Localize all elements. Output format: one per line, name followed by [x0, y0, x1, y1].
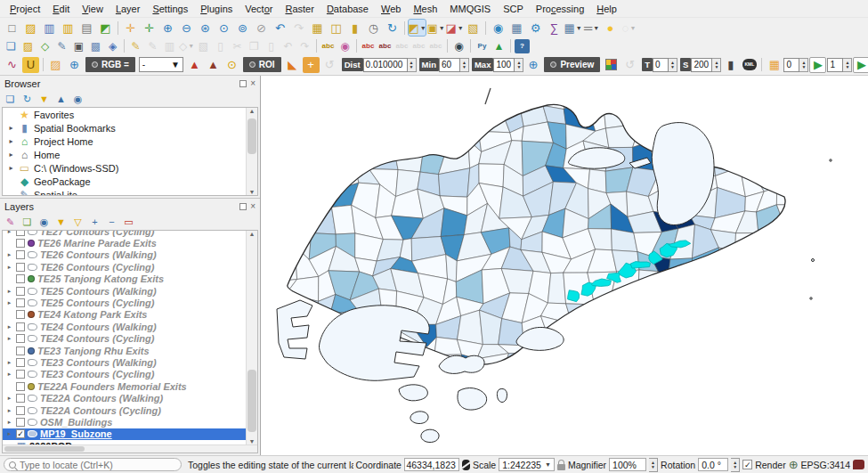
identify-features-icon[interactable]: ◉: [490, 20, 507, 36]
menu-settings[interactable]: Settings: [146, 2, 194, 16]
expander-icon[interactable]: ▸: [5, 299, 13, 306]
move-label-icon[interactable]: abc: [394, 39, 410, 53]
layer-checkbox[interactable]: [16, 239, 25, 248]
expander-icon[interactable]: ▸: [5, 371, 13, 378]
expander-icon[interactable]: ▸: [5, 264, 13, 271]
layer-item[interactable]: TE23 Tanjong Rhu Exits: [3, 345, 246, 356]
map-tips-icon[interactable]: ●: [602, 20, 619, 36]
new-3d-map-view-icon[interactable]: ◫: [328, 20, 345, 36]
layer-item[interactable]: ▸TE27 Contours (Cycling): [3, 230, 246, 237]
rotate-label-icon[interactable]: abc: [411, 39, 426, 53]
processing-toolbox-icon[interactable]: ⚙: [527, 20, 544, 36]
filter-browser-icon[interactable]: ▼: [37, 93, 51, 106]
browser-float-icon[interactable]: [239, 80, 247, 87]
zoom-to-selection-icon[interactable]: ⊙: [215, 20, 232, 36]
refresh-browser-icon[interactable]: ↻: [20, 93, 34, 106]
selected-feature[interactable]: [568, 290, 580, 302]
layer-checkbox[interactable]: [16, 310, 25, 319]
roi-redo-icon[interactable]: ↺: [321, 57, 338, 73]
expander-icon[interactable]: ▸: [7, 137, 15, 145]
layer-checkbox[interactable]: [16, 394, 25, 403]
pin-labels-icon[interactable]: abc: [377, 39, 393, 53]
layer-item[interactable]: TE26 Marine Parade Exits: [3, 237, 246, 249]
messages-icon[interactable]: [853, 460, 864, 469]
show-statistical-summary-icon[interactable]: ∑: [546, 20, 563, 36]
new-spatialite-icon[interactable]: ✎: [54, 39, 69, 53]
max-input[interactable]: 100: [493, 58, 515, 72]
menu-edit[interactable]: Edit: [46, 2, 76, 16]
layer-item[interactable]: TE25 Tanjong Katong Exits: [3, 273, 246, 285]
expander-icon[interactable]: ▸: [5, 359, 13, 366]
layers-scroll-thumb[interactable]: [247, 370, 256, 432]
layer-labeling-icon[interactable]: abc: [320, 39, 336, 53]
menu-web[interactable]: Web: [375, 2, 407, 16]
collapse-all-browser-icon[interactable]: ▲: [54, 93, 68, 106]
toggle-editing-icon[interactable]: ✎: [128, 39, 143, 53]
measure-icon[interactable]: ═▼: [583, 20, 600, 36]
crs-value[interactable]: EPSG:3414: [801, 460, 850, 470]
collapse-all-icon[interactable]: −: [105, 216, 118, 229]
layer-checkbox[interactable]: [16, 298, 25, 307]
layer-item[interactable]: ▸TE22A Contours (Walking): [3, 392, 246, 404]
layer-checkbox[interactable]: [16, 418, 25, 427]
delete-selected-icon[interactable]: ▯: [213, 39, 228, 53]
save-project-as-icon[interactable]: ▥: [60, 20, 77, 36]
browser-scroll-thumb[interactable]: [247, 118, 256, 154]
expander-icon[interactable]: ▸: [5, 323, 13, 330]
scale-combo[interactable]: 1:242235▼: [499, 458, 555, 471]
layer-item[interactable]: ▸TE24 Contours (Cycling): [3, 333, 246, 345]
dist-input[interactable]: 0.010000: [363, 58, 408, 72]
crs-globe-icon[interactable]: ⊕: [789, 459, 799, 470]
add-raster-layer-icon[interactable]: ▩: [88, 39, 103, 53]
scroll-up-icon[interactable]: ▲: [249, 108, 256, 114]
cut-features-icon[interactable]: ✂: [230, 39, 245, 53]
select-by-location-icon[interactable]: ▧: [465, 20, 482, 36]
browser-item-geopackage[interactable]: ◆GeoPackage: [3, 175, 246, 188]
expander-icon[interactable]: ▸: [7, 164, 15, 172]
stretch-cumulative-icon[interactable]: ▲: [186, 57, 203, 73]
size-input[interactable]: 200: [691, 58, 712, 72]
browser-item-bookmark[interactable]: ▸▮Spatial Bookmarks: [3, 121, 246, 135]
layer-item[interactable]: ▸✓MP19_Subzone: [3, 428, 246, 440]
new-project-icon[interactable]: □: [4, 20, 20, 36]
locate-input[interactable]: [20, 460, 162, 470]
scroll-down-icon[interactable]: ▼: [249, 189, 256, 195]
preview-button[interactable]: Preview: [544, 57, 600, 72]
menu-view[interactable]: View: [76, 2, 110, 16]
dist-spinner[interactable]: ▲▼: [408, 58, 417, 72]
layer-checkbox[interactable]: [16, 358, 25, 367]
locate-search[interactable]: [4, 458, 182, 471]
deselect-features-icon[interactable]: ◪▼: [446, 20, 463, 36]
magnifier-value[interactable]: 100%: [609, 458, 646, 471]
layers-hscroll-thumb[interactable]: [4, 446, 85, 452]
expander-icon[interactable]: ▸: [5, 288, 13, 295]
rgb-composite-icon[interactable]: [603, 57, 620, 73]
band-grid-icon[interactable]: ▦: [766, 57, 783, 73]
undo-icon[interactable]: ↶: [280, 39, 296, 53]
browser-item-spatialite[interactable]: ✎SpatiaLite: [3, 188, 246, 195]
data-source-manager-icon[interactable]: ❏: [4, 39, 19, 53]
menu-mesh[interactable]: Mesh: [407, 2, 443, 16]
scroll-up-icon[interactable]: ▲: [249, 231, 256, 237]
zoom-out-icon[interactable]: ⊖: [178, 20, 195, 36]
redo-icon[interactable]: ↷: [297, 39, 312, 53]
layer-checkbox[interactable]: [16, 347, 25, 355]
scp-plugin-icon[interactable]: ▲: [491, 39, 507, 53]
spatial-bookmarks-icon[interactable]: ▮: [346, 20, 363, 36]
layer-checkbox[interactable]: [16, 274, 25, 283]
map-canvas[interactable]: [261, 76, 868, 455]
kml-export-icon[interactable]: KML: [741, 57, 758, 73]
zoom-next-icon[interactable]: ↷: [290, 20, 307, 36]
layer-item[interactable]: TE22A Founders Memorial Exits: [3, 380, 246, 392]
pan-to-selection-icon[interactable]: ✛: [141, 20, 158, 36]
paste-features-icon[interactable]: ▯: [264, 39, 279, 53]
coordinate-value[interactable]: 46334,1823: [404, 458, 459, 471]
min-input[interactable]: 60: [439, 58, 460, 72]
transparency-input[interactable]: 0: [653, 58, 669, 72]
browser-close-icon[interactable]: ×: [250, 80, 256, 87]
spectral-signature-plot-icon[interactable]: ∿: [4, 57, 20, 73]
field-calculator-icon[interactable]: ▦▼: [564, 20, 581, 36]
layer-item[interactable]: ▸TE23 Contours (Walking): [3, 356, 246, 368]
style-manager-icon[interactable]: ◩: [97, 20, 114, 36]
transparency-spinner[interactable]: ▲▼: [669, 58, 677, 72]
